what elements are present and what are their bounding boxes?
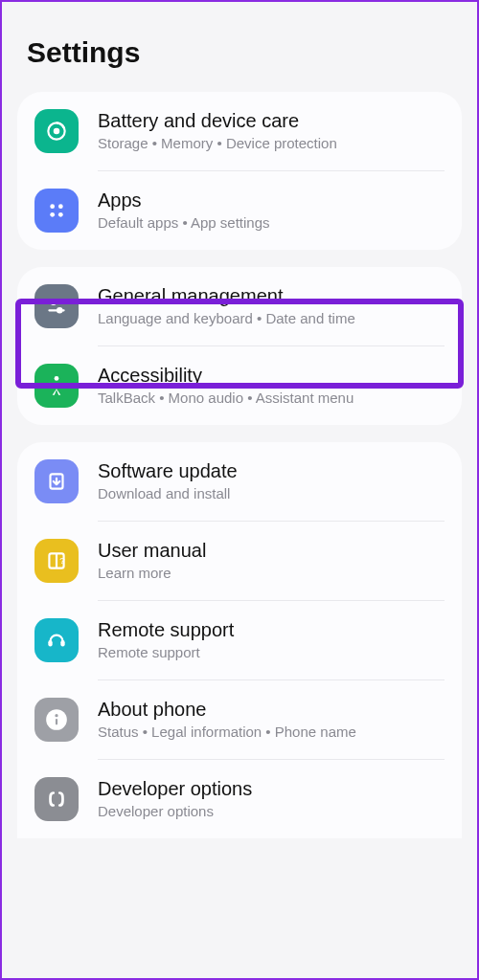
page-title: Settings [27, 36, 140, 69]
apps-icon [34, 189, 79, 233]
svg-rect-17 [48, 640, 52, 647]
item-title: User manual [98, 540, 445, 562]
user-manual-icon: ? [34, 539, 79, 583]
search-button[interactable] [425, 39, 452, 66]
svg-point-5 [58, 204, 63, 209]
battery-care-icon [34, 109, 79, 153]
svg-point-3 [54, 128, 60, 135]
item-title: About phone [98, 699, 445, 721]
item-text: Software update Download and install [98, 460, 445, 503]
about-phone-icon [34, 698, 79, 742]
item-text: Developer options Developer options [98, 778, 445, 821]
settings-item-software-update[interactable]: Software update Download and install [17, 442, 462, 521]
svg-point-20 [55, 714, 57, 717]
item-title: Developer options [98, 778, 445, 800]
item-subtitle: TalkBack • Mono audio • Assistant menu [98, 389, 445, 408]
item-title: Battery and device care [98, 110, 445, 132]
svg-point-7 [58, 212, 63, 217]
settings-item-developer-options[interactable]: Developer options Developer options [17, 760, 462, 838]
settings-item-battery[interactable]: Battery and device care Storage • Memory… [17, 92, 462, 170]
item-text: Accessibility TalkBack • Mono audio • As… [98, 365, 445, 408]
item-subtitle: Storage • Memory • Device protection [98, 134, 445, 153]
item-text: Remote support Remote support [98, 619, 445, 662]
remote-support-icon [34, 618, 79, 662]
item-subtitle: Download and install [98, 484, 445, 503]
svg-point-11 [57, 308, 61, 312]
item-text: Apps Default apps • App settings [98, 189, 445, 233]
settings-item-general-management[interactable]: General management Language and keyboard… [17, 267, 462, 345]
settings-item-accessibility[interactable]: Accessibility TalkBack • Mono audio • As… [17, 346, 462, 425]
item-subtitle: Learn more [98, 564, 445, 583]
item-title: Software update [98, 460, 445, 482]
svg-text:?: ? [59, 555, 65, 566]
item-subtitle: Language and keyboard • Date and time [98, 309, 445, 328]
item-text: About phone Status • Legal information •… [98, 699, 445, 742]
item-title: Accessibility [98, 365, 445, 387]
developer-options-icon [34, 777, 79, 821]
item-subtitle: Default apps • App settings [98, 213, 445, 233]
svg-point-6 [50, 212, 55, 217]
general-management-icon [34, 284, 79, 328]
svg-point-9 [52, 301, 56, 304]
settings-group: Battery and device care Storage • Memory… [17, 92, 462, 250]
item-title: General management [98, 285, 445, 307]
item-text: User manual Learn more [98, 540, 445, 583]
software-update-icon [34, 459, 79, 503]
settings-item-user-manual[interactable]: ? User manual Learn more [17, 522, 462, 600]
item-text: General management Language and keyboard… [98, 285, 445, 328]
settings-group: Software update Download and install ? U… [17, 442, 462, 838]
settings-group: General management Language and keyboard… [17, 267, 462, 425]
item-subtitle: Remote support [98, 643, 445, 662]
item-subtitle: Status • Legal information • Phone name [98, 723, 445, 742]
item-title: Apps [98, 189, 445, 212]
header: Settings [17, 17, 462, 92]
settings-item-remote-support[interactable]: Remote support Remote support [17, 601, 462, 679]
svg-point-12 [55, 376, 59, 381]
settings-item-about-phone[interactable]: About phone Status • Legal information •… [17, 680, 462, 759]
item-subtitle: Developer options [98, 802, 445, 821]
svg-rect-18 [60, 640, 64, 647]
item-title: Remote support [98, 619, 445, 641]
svg-rect-21 [56, 719, 57, 725]
svg-point-4 [50, 204, 55, 209]
settings-item-apps[interactable]: Apps Default apps • App settings [17, 171, 462, 250]
item-text: Battery and device care Storage • Memory… [98, 110, 445, 153]
accessibility-icon [34, 364, 79, 408]
